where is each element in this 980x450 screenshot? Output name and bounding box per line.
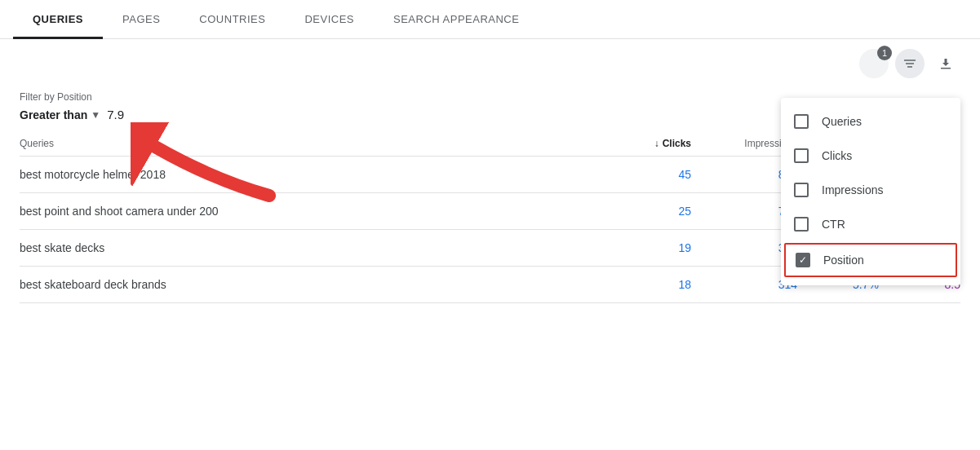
- popup-item-ctr[interactable]: CTR: [781, 207, 960, 241]
- cell-clicks-3: 19: [585, 241, 691, 254]
- cell-query-1: best motorcycle helmet 2018: [20, 168, 585, 181]
- popup-item-clicks[interactable]: Clicks: [781, 139, 960, 173]
- popup-item-queries[interactable]: Queries: [781, 104, 960, 139]
- cell-query-4: best skateboard deck brands: [20, 278, 585, 291]
- toolbar: 1: [0, 39, 980, 88]
- checkbox-ctr: [794, 217, 809, 232]
- popup-label-queries: Queries: [822, 115, 862, 128]
- col-queries: Queries: [20, 138, 585, 149]
- popup-item-position[interactable]: Position: [784, 243, 957, 277]
- filter-value: 7.9: [107, 108, 124, 121]
- download-button[interactable]: [931, 49, 960, 78]
- popup-label-position: Position: [823, 254, 864, 267]
- filter-options-button[interactable]: [895, 49, 925, 78]
- filter-type-label: Greater than: [20, 108, 87, 121]
- column-picker-popup: Queries Clicks Impressions CTR Position: [781, 98, 960, 285]
- svg-rect-3: [941, 68, 951, 69]
- nav-tabs: QUERIES PAGES COUNTRIES DEVICES SEARCH A…: [0, 0, 980, 39]
- cell-query-3: best skate decks: [20, 241, 585, 254]
- checkbox-position: [796, 253, 810, 267]
- tab-pages[interactable]: PAGES: [103, 0, 180, 38]
- popup-label-clicks: Clicks: [822, 149, 852, 162]
- tab-countries[interactable]: COUNTRIES: [180, 0, 285, 38]
- tab-devices[interactable]: DEVICES: [285, 0, 374, 38]
- tab-search-appearance[interactable]: SEARCH APPEARANCE: [374, 0, 539, 38]
- sort-arrow-icon: ↓: [654, 138, 659, 149]
- popup-label-ctr: CTR: [822, 218, 845, 231]
- cell-clicks-2: 25: [585, 205, 691, 218]
- cell-clicks-1: 45: [585, 168, 691, 181]
- filter-type-dropdown[interactable]: Greater than ▼: [20, 108, 100, 121]
- checkbox-clicks: [794, 148, 809, 163]
- checkbox-impressions: [794, 183, 809, 197]
- dropdown-arrow-icon: ▼: [91, 109, 100, 121]
- filter-count-button[interactable]: 1: [859, 49, 889, 78]
- checkbox-queries: [794, 114, 809, 129]
- tab-queries[interactable]: QUERIES: [13, 0, 103, 38]
- filter-icon: [902, 56, 917, 71]
- popup-item-impressions[interactable]: Impressions: [781, 173, 960, 207]
- col-clicks[interactable]: ↓ Clicks: [585, 138, 691, 149]
- popup-label-impressions: Impressions: [822, 183, 883, 196]
- cell-query-2: best point and shoot camera under 200: [20, 205, 585, 218]
- download-icon: [938, 55, 954, 72]
- filter-badge: 1: [877, 46, 892, 60]
- cell-clicks-4: 18: [585, 278, 691, 291]
